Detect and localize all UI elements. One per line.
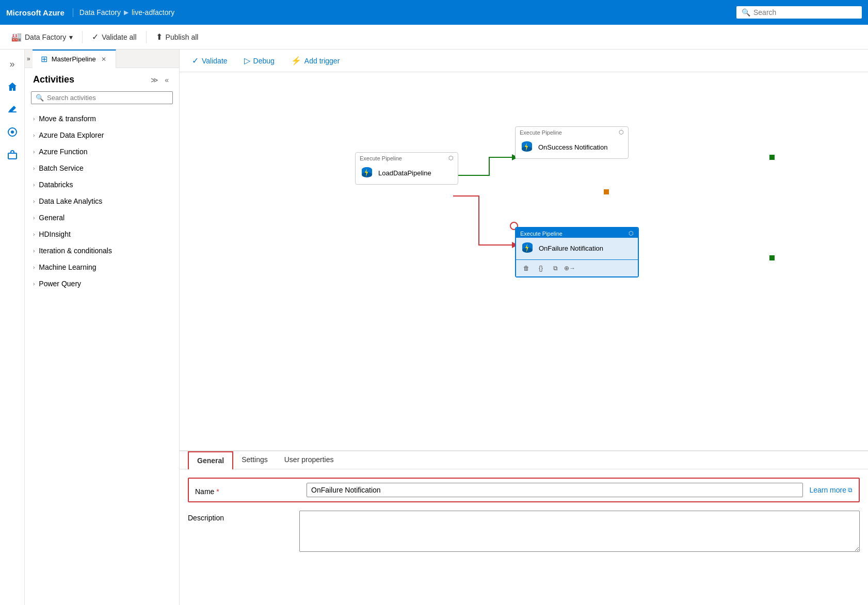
validate-icon: ✓	[92, 32, 99, 42]
tab-user-properties[interactable]: User properties	[276, 451, 342, 469]
edit-btn[interactable]	[2, 99, 23, 120]
node-success-icon	[520, 140, 534, 154]
node-header-text: Execute Pipeline	[520, 129, 562, 136]
activities-search-input[interactable]	[47, 94, 168, 102]
node-pipeline-icon	[360, 166, 374, 180]
activity-item-batch-service[interactable]: › Batch Service	[25, 160, 179, 176]
node-external-link-icon[interactable]: ⬡	[629, 230, 634, 237]
activity-item-azure-function[interactable]: › Azure Function	[25, 143, 179, 160]
property-panel: General Settings User properties Name * …	[180, 450, 868, 605]
activities-title: Activities	[33, 74, 74, 85]
activity-item-general[interactable]: › General	[25, 209, 179, 226]
search-icon: 🔍	[742, 8, 750, 17]
activities-panel: » ⊞ MasterPipeline ✕ Activities ≫ « 🔍 › …	[25, 50, 180, 605]
content-area: ✓ Validate ▷ Debug ⚡ Add trigger	[180, 50, 868, 605]
svg-rect-3	[8, 153, 17, 159]
activities-header: Activities ≫ «	[25, 68, 179, 91]
node-actions: 🗑 {} ⧉ ⊕→	[516, 259, 638, 276]
activity-item-iteration-conditionals[interactable]: › Iteration & conditionals	[25, 242, 179, 259]
activity-label: Batch Service	[39, 164, 83, 172]
search-icon: 🔍	[36, 94, 44, 102]
node-load-data[interactable]: Execute Pipeline ⬡	[355, 152, 458, 185]
node-on-success[interactable]: Execute Pipeline ⬡ OnSuccess N	[515, 126, 629, 159]
description-input[interactable]	[299, 511, 860, 552]
node-copy-btn[interactable]: ⧉	[549, 262, 561, 274]
home-btn[interactable]	[2, 76, 23, 97]
property-tabs: General Settings User properties	[180, 451, 868, 469]
chevron-icon: ›	[33, 232, 35, 237]
node-on-failure[interactable]: Execute Pipeline ⬡ OnFailure N	[515, 227, 639, 277]
briefcase-btn[interactable]	[2, 144, 23, 165]
activity-item-move-transform[interactable]: › Move & transform	[25, 110, 179, 127]
publish-all-btn[interactable]: ⬆ Publish all	[151, 29, 204, 45]
breadcrumb-data-factory[interactable]: Data Factory	[79, 8, 121, 17]
activity-label: General	[39, 214, 65, 222]
data-factory-btn[interactable]: 🏭 Data Factory ▾	[6, 29, 78, 45]
chevron-icon: ›	[33, 265, 35, 270]
global-search-box[interactable]: 🔍	[736, 6, 862, 19]
activities-search-box[interactable]: 🔍	[31, 91, 173, 104]
validate-checkmark-icon: ✓	[192, 56, 199, 66]
tab-settings[interactable]: Settings	[233, 451, 276, 469]
node-code-btn[interactable]: {}	[535, 262, 547, 274]
activity-item-databricks[interactable]: › Databricks	[25, 176, 179, 193]
validate-label: Validate	[202, 57, 228, 65]
pipeline-tab-close[interactable]: ✕	[100, 55, 107, 64]
property-content: Name * Learn more ⧉ Description	[180, 469, 868, 605]
left-expand-btn[interactable]: »	[25, 53, 33, 64]
activity-item-hdinsight[interactable]: › HDInsight	[25, 226, 179, 242]
name-input[interactable]	[307, 483, 803, 497]
node-success-header: Execute Pipeline ⬡	[516, 127, 628, 137]
collapse-expand-btn[interactable]: »	[2, 54, 23, 74]
left-icon-bar: »	[0, 50, 25, 605]
description-field-wrapper	[299, 511, 860, 552]
activity-label: Machine Learning	[39, 263, 96, 271]
chevron-icon: ›	[33, 116, 35, 122]
toolbar-divider-1	[82, 31, 83, 43]
data-factory-label: Data Factory	[25, 33, 66, 41]
activity-label: Azure Data Explorer	[39, 131, 104, 139]
tab-general[interactable]: General	[188, 451, 233, 469]
validate-all-label: Validate all	[102, 33, 136, 41]
data-factory-icon: 🏭	[11, 32, 22, 42]
activity-item-power-query[interactable]: › Power Query	[25, 275, 179, 292]
publish-icon: ⬆	[156, 32, 163, 42]
node-delete-btn[interactable]: 🗑	[520, 262, 533, 274]
pipeline-tab-bar: » ⊞ MasterPipeline ✕	[25, 50, 179, 68]
publish-all-label: Publish all	[166, 33, 199, 41]
validate-all-btn[interactable]: ✓ Validate all	[87, 29, 141, 45]
split-pane: Execute Pipeline ⬡	[180, 72, 868, 605]
node-external-link-icon[interactable]: ⬡	[448, 155, 454, 161]
activity-label: Power Query	[39, 280, 81, 288]
monitor-btn[interactable]	[2, 122, 23, 142]
expand-all-btn[interactable]: ≫	[149, 75, 160, 85]
global-search-input[interactable]	[753, 8, 857, 17]
learn-more-link[interactable]: Learn more ⧉	[809, 486, 853, 494]
dropdown-icon: ▾	[69, 33, 73, 41]
breadcrumb: Data Factory ▶ live-adfactory	[79, 8, 736, 17]
node-add-activity-btn[interactable]: ⊕→	[564, 262, 576, 274]
node-load-data-label: LoadDataPipeline	[378, 169, 431, 177]
activity-label: Move & transform	[39, 115, 95, 123]
pipeline-tab[interactable]: ⊞ MasterPipeline ✕	[33, 50, 116, 68]
node-external-link-icon[interactable]: ⬡	[619, 129, 624, 136]
collapse-all-btn[interactable]: «	[163, 75, 171, 85]
brand-logo: Microsoft Azure	[6, 8, 73, 17]
breadcrumb-arrow: ▶	[124, 9, 128, 16]
activity-label: Databricks	[39, 181, 73, 189]
validate-btn[interactable]: ✓ Validate	[188, 54, 232, 68]
chevron-icon: ›	[33, 215, 35, 221]
description-label: Description	[188, 511, 291, 522]
activity-item-machine-learning[interactable]: › Machine Learning	[25, 259, 179, 275]
node-success-label: OnSuccess Notification	[538, 143, 607, 151]
second-toolbar: 🏭 Data Factory ▾ ✓ Validate all ⬆ Publis…	[0, 25, 868, 50]
activity-item-data-lake-analytics[interactable]: › Data Lake Analytics	[25, 193, 179, 209]
add-trigger-btn[interactable]: ⚡ Add trigger	[287, 54, 344, 68]
pipeline-canvas[interactable]: Execute Pipeline ⬡	[180, 72, 868, 450]
top-navbar: Microsoft Azure Data Factory ▶ live-adfa…	[0, 0, 868, 25]
activity-item-azure-data-explorer[interactable]: › Azure Data Explorer	[25, 127, 179, 143]
activities-header-controls: ≫ «	[149, 75, 171, 85]
node-failure-body: OnFailure Notification	[516, 238, 638, 259]
debug-icon: ▷	[244, 56, 250, 66]
debug-btn[interactable]: ▷ Debug	[240, 54, 279, 68]
